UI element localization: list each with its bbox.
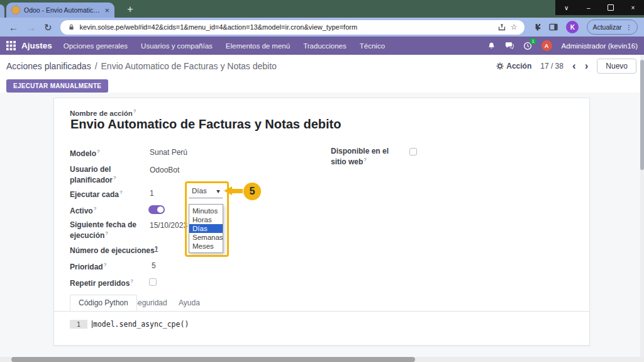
record-title-input[interactable]: Envio Automatico de Facturas y Notas deb… [70,117,341,132]
field-disponible-web-label: Disponible en el sitio web? [331,147,405,166]
breadcrumb-current: Envio Automatico de Facturas y Notas deb… [101,61,277,71]
bookmark-star-icon[interactable]: ☆ [511,23,518,31]
activo-toggle[interactable] [148,205,165,214]
field-prioridad-label: Prioridad? [70,261,147,271]
odoo-navbar: Ajustes Opciones generales Usuarios y co… [0,37,644,55]
help-sup: ? [105,230,108,236]
pager-previous-icon[interactable]: ‹ [572,60,576,71]
back-icon[interactable]: ← [9,23,18,32]
forward-icon[interactable]: → [26,23,36,32]
horizontal-scrollbar-thumb[interactable] [11,357,415,362]
activities-clock[interactable]: 1 [523,42,532,50]
label-text: Usuario del planificador [70,165,113,184]
field-ejecutar-cada-value[interactable]: 1 [150,189,154,198]
disponible-web-checkbox[interactable] [409,148,417,156]
url-text[interactable]: kevin.solse.pe/web#id=42&cids=1&menu_id=… [80,23,493,31]
tab-codigo-python[interactable]: Código Python [70,295,137,311]
field-modelo-label: Modelo? [70,147,147,158]
pager-next-icon[interactable]: › [585,60,589,71]
menu-tecnico[interactable]: Técnico [360,42,385,50]
window-minimize-button[interactable]: – [577,0,599,15]
help-sup: ? [133,108,136,114]
run-manually-button[interactable]: EJECUTAR MANUALMENTE [6,79,108,93]
code-line-number: 1 [70,320,87,329]
form-view: Nombre de acción? Envio Automatico de Fa… [0,93,644,362]
label-text: Modelo [70,149,96,158]
option-dias-selected[interactable]: Días [189,224,223,233]
menu-traducciones[interactable]: Traducciones [303,42,347,50]
field-numero-ejecuciones-label: Número de ejecuciones? [70,244,164,255]
gear-icon [496,62,504,70]
app-name[interactable]: Ajustes [21,41,52,50]
breadcrumb-parent[interactable]: Acciones planificadas [6,61,91,71]
window-menu-button[interactable]: ∨ [555,0,577,15]
user-avatar[interactable]: A [541,40,552,51]
help-sup: ? [364,157,366,162]
browser-toolbar: ← → ↻ kevin.solse.pe/web#id=42&cids=1&me… [0,18,644,37]
discuss-chat-icon[interactable] [505,42,514,50]
url-bar[interactable]: kevin.solse.pe/web#id=42&cids=1&menu_id=… [60,20,525,35]
screen: Odoo - Envio Automatico de Fa × + ∨ – × … [0,0,644,362]
notifications-bell-icon[interactable] [487,42,496,50]
field-numero-ejecuciones-value[interactable]: -1 [152,245,158,254]
option-minutos[interactable]: Minutos [189,206,223,215]
new-tab-button[interactable]: + [123,3,137,16]
share-icon[interactable] [498,23,506,31]
apps-grid-icon[interactable] [6,41,16,50]
user-name[interactable]: Administrador (kevin16) [562,42,638,50]
menu-elementos-menu[interactable]: Elementos de menú [226,42,290,50]
interval-unit-selected: Días [192,187,207,195]
chrome-update-button[interactable]: Actualizar ⋮ [587,20,638,35]
option-meses[interactable]: Meses [189,242,223,251]
breadcrumb-separator: / [95,61,97,71]
window-restore-button[interactable] [600,0,622,15]
help-sup: ? [130,278,133,284]
new-record-button[interactable]: Nuevo [597,59,636,74]
reload-icon[interactable]: ↻ [44,23,52,32]
field-usuario-label: Usuario del planificador? [70,165,147,184]
odoo-favicon-icon [11,6,20,14]
window-controls: ∨ – × [555,0,644,15]
option-horas[interactable]: Horas [189,215,223,224]
action-menu-label: Acción [506,62,531,71]
window-restore-icon [608,4,614,11]
browser-tab[interactable]: Odoo - Envio Automatico de Fa × [6,3,114,18]
code-text[interactable]: model.send_async_cpe() [93,320,189,329]
window-close-button[interactable]: × [622,0,644,15]
field-name-label: Nombre de acción? [70,108,136,117]
browser-menu-dots-icon[interactable]: ⋮ [626,23,633,31]
field-siguiente-fecha-value[interactable]: 15/10/2023 1 [150,221,194,230]
field-activo-label: Activo? [70,205,147,215]
activity-count-badge: 1 [530,38,536,45]
help-sup: ? [119,189,122,195]
field-prioridad-value[interactable]: 5 [152,261,156,270]
browser-tab-strip: Odoo - Envio Automatico de Fa × + ∨ – × [0,0,644,18]
repetir-perdidos-checkbox[interactable] [149,278,157,286]
option-semanas[interactable]: Semanas [189,233,223,242]
field-usuario-value[interactable]: OdooBot [150,166,179,174]
update-label: Actualizar [592,23,621,31]
interval-unit-dropdown: Minutos Horas Días Semanas Meses [189,204,223,253]
tab-ayuda[interactable]: Ayuda [170,295,208,311]
vertical-scrollbar-thumb[interactable] [640,60,644,170]
help-sup: ? [113,175,116,181]
menu-opciones-generales[interactable]: Opciones generales [64,42,128,50]
field-modelo-value[interactable]: Sunat Perú [150,148,187,157]
extensions-puzzle-icon[interactable] [533,23,541,31]
interval-unit-select[interactable]: Días [189,184,223,198]
side-panel-icon[interactable] [549,23,558,31]
field-name-label-text: Nombre de acción [70,110,133,117]
form-sheet: Nombre de acción? Envio Automatico de Fa… [53,98,590,346]
label-text: Activo [70,206,93,215]
menu-usuarios-companias[interactable]: Usuarios y compañías [141,42,213,50]
help-sup: ? [94,206,96,212]
label-text: Número de ejecuciones [70,246,155,255]
action-menu-button[interactable]: Acción [496,62,531,71]
tab-close-icon[interactable]: × [104,6,109,14]
annotation-arrow-shaft [231,189,243,193]
code-editor-line[interactable]: model.send_async_cpe() [92,320,189,329]
browser-profile-avatar[interactable]: K [566,21,579,33]
tab-title: Odoo - Envio Automatico de Fa [24,6,101,14]
label-text: Siguiente fecha de ejecución [70,220,136,240]
annotation-step-badge: 5 [243,183,261,200]
